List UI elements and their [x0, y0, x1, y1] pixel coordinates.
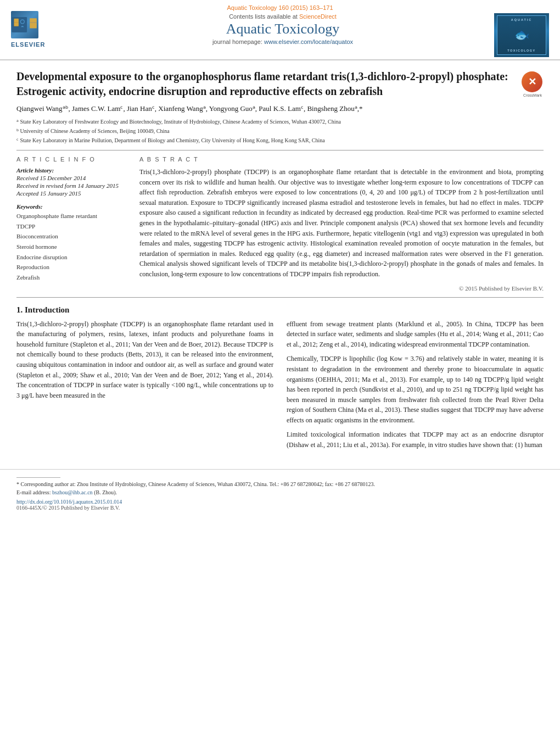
issn-line: 0166-445X/© 2015 Published by Elsevier B…	[16, 505, 544, 511]
email-link[interactable]: bszhou@ihb.ac.cn	[52, 489, 93, 495]
authors-text: Qiangwei Wangᵃᵇ, James C.W. Lamᶜ, Jian H…	[16, 104, 362, 113]
article-title: Developmental exposure to the organophos…	[16, 69, 522, 99]
article-info-abstract-row: A R T I C L E I N F O Article history: R…	[16, 156, 544, 292]
introduction-body: Tris(1,3-dichloro-2-propyl) phosphate (T…	[16, 319, 544, 455]
received-date: Received 15 December 2014	[16, 175, 126, 181]
logo-toxicology-text: TOXICOLOGY	[507, 49, 536, 52]
email-line: E-mail address: bszhou@ihb.ac.cn (B. Zho…	[16, 488, 544, 496]
section-number: 1.	[16, 305, 23, 314]
homepage-url[interactable]: www.elsevier.com/locate/aquatox	[264, 38, 353, 45]
email-label: E-mail address:	[16, 489, 51, 495]
email-person: (B. Zhou).	[94, 489, 117, 495]
journal-homepage: journal homepage: www.elsevier.com/locat…	[82, 38, 483, 45]
journal-header: Aquatic Toxicology 160 (2015) 163–171	[0, 0, 560, 60]
footer: * Corresponding author at: Zhou Institut…	[0, 469, 560, 514]
keywords-section: Keywords: Organophosphate flame retardan…	[16, 202, 126, 283]
crossmark-icon: ✕	[528, 76, 536, 88]
elsevier-logo-image	[11, 11, 38, 38]
contents-label: Contents lists available at ScienceDirec…	[82, 13, 483, 20]
header-top-row: ELSEVIER Contents lists available at Sci…	[11, 13, 549, 57]
journal-citation-top: Aquatic Toxicology 160 (2015) 163–171	[11, 4, 549, 11]
intro-right-text: effluent from sewage treatment plants (M…	[287, 319, 544, 450]
accepted-date: Accepted 15 January 2015	[16, 190, 126, 197]
abstract-text: Tris(1,3-dichloro-2-propyl) phosphate (T…	[139, 167, 544, 280]
divider-1	[16, 150, 544, 150]
keywords-label: Keywords:	[16, 203, 43, 210]
introduction-title: 1. Introduction	[16, 305, 544, 315]
journal-title: Aquatic Toxicology	[82, 21, 483, 37]
section-heading: Introduction	[25, 305, 69, 314]
copyright: © 2015 Published by Elsevier B.V.	[139, 285, 544, 292]
revised-date: Received in revised form 14 January 2015	[16, 182, 126, 189]
abstract-col: A B S T R A C T Tris(1,3-dichloro-2-prop…	[139, 156, 544, 292]
abstract-header: A B S T R A C T	[139, 156, 544, 163]
intro-right-col: effluent from sewage treatment plants (M…	[287, 319, 544, 455]
affiliation-c: ᶜ State Key Laboratory in Marine Polluti…	[16, 136, 544, 144]
affiliation-a: ᵃ State Key Laboratory of Freshwater Eco…	[16, 118, 544, 126]
crossmark-logo[interactable]: ✕ CrossMark	[522, 71, 544, 93]
elsevier-logo: ELSEVIER	[11, 13, 71, 46]
content-area: Developmental exposure to the organophos…	[0, 60, 560, 460]
corresponding-text: * Corresponding author at: Zhou Institut…	[16, 481, 375, 487]
page: Aquatic Toxicology 160 (2015) 163–171	[0, 0, 560, 742]
corresponding-note: * Corresponding author at: Zhou Institut…	[16, 480, 544, 488]
aquatic-tox-logo-inner: AQUATIC 🐟 TOXICOLOGY	[497, 15, 546, 55]
keywords-list: Organophosphate flame retardantTDCPPBioc…	[16, 211, 126, 283]
journal-citation-text: Aquatic Toxicology 160 (2015) 163–171	[227, 4, 333, 11]
affiliations: ᵃ State Key Laboratory of Freshwater Eco…	[16, 118, 544, 144]
doi-line: http://dx.doi.org/10.1016/j.aquatox.2015…	[16, 499, 544, 505]
journal-info-center: Contents lists available at ScienceDirec…	[71, 13, 494, 45]
authors: Qiangwei Wangᵃᵇ, James C.W. Lamᶜ, Jian H…	[16, 104, 544, 113]
history-label: Article history:	[16, 167, 54, 174]
article-info-header: A R T I C L E I N F O	[16, 156, 126, 163]
divider-2	[16, 297, 544, 298]
logo-aquatic-text: AQUATIC	[511, 18, 533, 21]
logo-fish-icon: 🐟	[514, 28, 529, 42]
article-history: Article history: Received 15 December 20…	[16, 167, 126, 197]
crossmark-circle: ✕	[522, 71, 542, 92]
article-title-area: Developmental exposure to the organophos…	[16, 69, 544, 99]
elsevier-text: ELSEVIER	[11, 41, 45, 48]
intro-left-text: Tris(1,3-dichloro-2-propyl) phosphate (T…	[16, 319, 273, 401]
article-info-col: A R T I C L E I N F O Article history: R…	[16, 156, 126, 292]
svg-point-5	[21, 20, 24, 23]
aquatic-toxicology-logo: AQUATIC 🐟 TOXICOLOGY	[494, 13, 549, 57]
intro-left-col: Tris(1,3-dichloro-2-propyl) phosphate (T…	[16, 319, 273, 455]
crossmark-text: CrossMark	[522, 93, 544, 97]
footnote-divider	[16, 477, 60, 478]
affiliation-b: ᵇ University of Chinese Academy of Scien…	[16, 127, 544, 135]
sciencedirect-link[interactable]: ScienceDirect	[299, 13, 337, 20]
doi-link[interactable]: http://dx.doi.org/10.1016/j.aquatox.2015…	[16, 499, 122, 505]
